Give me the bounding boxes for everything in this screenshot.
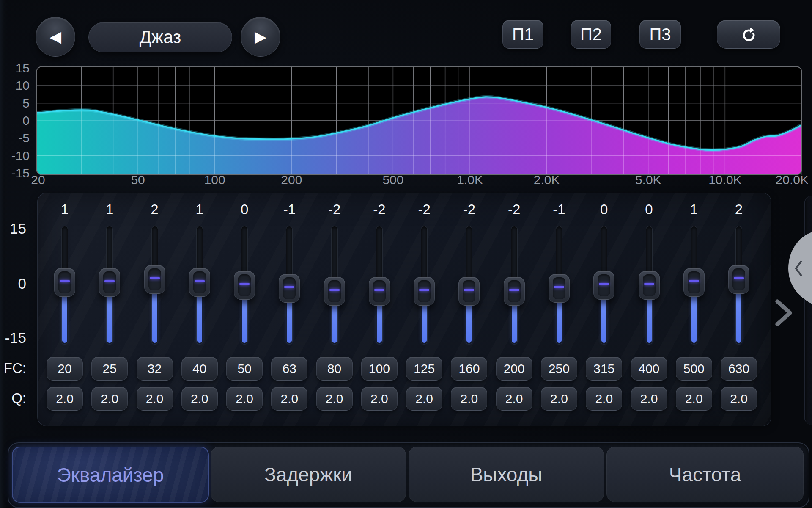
slider-scale-max-label: 15: [0, 220, 26, 237]
equalizer-screen: ◀ Джаз ▶ П1 П2 П3 151050-5-10-1520501002…: [0, 0, 812, 508]
band-fc-button[interactable]: 80: [316, 357, 353, 381]
band-gain-value: 2: [716, 202, 761, 218]
band-q-button[interactable]: 2.0: [631, 387, 667, 411]
slider-thumb[interactable]: [279, 274, 300, 303]
band-gain-value: -2: [357, 202, 402, 218]
slider-thumb[interactable]: [234, 271, 255, 300]
band-q-button[interactable]: 2.0: [541, 387, 577, 411]
band-gain-value: 1: [87, 202, 132, 218]
memory-slot-2-button[interactable]: П2: [571, 20, 611, 49]
fc-row-label: FC:: [0, 360, 26, 376]
band-fc-button[interactable]: 500: [676, 357, 712, 381]
band-fc-button[interactable]: 50: [226, 357, 263, 381]
band-q-button[interactable]: 2.0: [47, 387, 83, 411]
slider-fill: [422, 302, 427, 343]
slider-thumb[interactable]: [324, 277, 345, 306]
tab-delays[interactable]: Задержки: [211, 447, 406, 502]
tab-outputs[interactable]: Выходы: [409, 447, 604, 502]
band-gain-value: -1: [267, 202, 312, 218]
band-fc-button[interactable]: 63: [271, 357, 307, 381]
preset-prev-button[interactable]: ◀: [36, 17, 75, 57]
eq-band: -1632.0: [267, 193, 312, 426]
slider-thumb[interactable]: [593, 271, 614, 300]
slider-thumb[interactable]: [504, 277, 525, 306]
band-q-button[interactable]: 2.0: [586, 387, 622, 411]
band-fc-button[interactable]: 400: [631, 357, 667, 381]
preset-selector[interactable]: Джаз: [88, 22, 232, 52]
tab-frequency[interactable]: Частота: [606, 447, 804, 502]
slider-thumb[interactable]: [458, 277, 480, 306]
axis-tick-label: 20: [31, 173, 45, 187]
band-fc-button[interactable]: 630: [721, 357, 757, 381]
band-q-button[interactable]: 2.0: [361, 387, 398, 411]
band-q-button[interactable]: 2.0: [91, 387, 128, 411]
eq-band: -12502.0: [537, 193, 582, 426]
eq-band: 26302.0: [716, 193, 761, 426]
slider-thumb[interactable]: [189, 268, 210, 297]
band-fc-button[interactable]: 100: [361, 357, 398, 381]
memory-slot-2-label: П2: [580, 25, 602, 44]
slider-fill: [242, 296, 247, 343]
band-fc-button[interactable]: 160: [451, 357, 487, 381]
memory-slot-1-button[interactable]: П1: [502, 20, 543, 49]
band-fc-button[interactable]: 125: [406, 357, 442, 381]
refresh-icon: [740, 26, 757, 43]
eq-band: 04002.0: [627, 193, 672, 426]
axis-tick-label: 1.0K: [457, 173, 483, 187]
slider-thumb[interactable]: [549, 274, 570, 303]
band-fc-button[interactable]: 200: [496, 357, 532, 381]
tab-delays-label: Задержки: [264, 463, 352, 486]
band-gain-value: -2: [402, 202, 447, 218]
band-q-button[interactable]: 2.0: [137, 387, 173, 411]
slider-thumb[interactable]: [369, 277, 390, 306]
slider-fill: [152, 290, 157, 343]
eq-band: -21002.0: [357, 193, 402, 426]
tab-equalizer[interactable]: Эквалайзер: [12, 447, 209, 503]
band-fc-button[interactable]: 250: [541, 357, 577, 381]
band-q-button[interactable]: 2.0: [181, 387, 218, 411]
axis-tick-label: -15: [11, 166, 30, 180]
memory-slot-3-button[interactable]: П3: [639, 20, 681, 49]
band-q-button[interactable]: 2.0: [316, 387, 353, 411]
slider-thumb[interactable]: [683, 268, 705, 297]
eq-band: 1402.0: [177, 193, 222, 426]
eq-band: 0502.0: [222, 193, 267, 426]
slider-fill: [466, 302, 472, 343]
band-fc-button[interactable]: 25: [91, 357, 128, 381]
reset-button[interactable]: [717, 20, 780, 49]
tab-outputs-label: Выходы: [470, 463, 543, 486]
slider-fill: [287, 299, 292, 343]
band-fc-button[interactable]: 20: [47, 357, 83, 381]
slider-thumb[interactable]: [144, 265, 165, 294]
eq-band: -22002.0: [492, 193, 537, 426]
band-fc-button[interactable]: 32: [137, 357, 173, 381]
slider-thumb[interactable]: [54, 268, 75, 297]
slider-thumb[interactable]: [99, 268, 120, 297]
eq-bands-panel: 1202.01252.02322.01402.00502.0-1632.0-28…: [37, 193, 771, 426]
band-gain-value: -2: [312, 202, 357, 218]
next-arrow-icon: ▶: [255, 28, 266, 46]
more-bands-button[interactable]: [771, 298, 797, 328]
band-q-button[interactable]: 2.0: [721, 387, 757, 411]
slider-fill: [107, 293, 112, 343]
band-gain-value: 1: [42, 202, 87, 218]
side-drawer-handle[interactable]: [782, 229, 812, 309]
band-q-button[interactable]: 2.0: [406, 387, 442, 411]
slider-thumb[interactable]: [728, 265, 749, 294]
slider-thumb[interactable]: [414, 277, 435, 306]
band-fc-button[interactable]: 40: [181, 357, 218, 381]
band-q-button[interactable]: 2.0: [676, 387, 712, 411]
slider-fill: [377, 302, 382, 343]
slider-thumb[interactable]: [639, 271, 660, 300]
band-q-button[interactable]: 2.0: [451, 387, 487, 411]
axis-tick-label: 15: [16, 61, 30, 75]
band-q-button[interactable]: 2.0: [271, 387, 307, 411]
preset-next-button[interactable]: ▶: [241, 17, 280, 57]
band-q-button[interactable]: 2.0: [496, 387, 532, 411]
preset-name: Джаз: [140, 27, 181, 47]
eq-band: 03152.0: [582, 193, 626, 426]
eq-band: 1252.0: [87, 193, 132, 426]
band-fc-button[interactable]: 315: [586, 357, 622, 381]
axis-tick-label: 20.0K: [776, 173, 809, 187]
band-q-button[interactable]: 2.0: [226, 387, 263, 411]
